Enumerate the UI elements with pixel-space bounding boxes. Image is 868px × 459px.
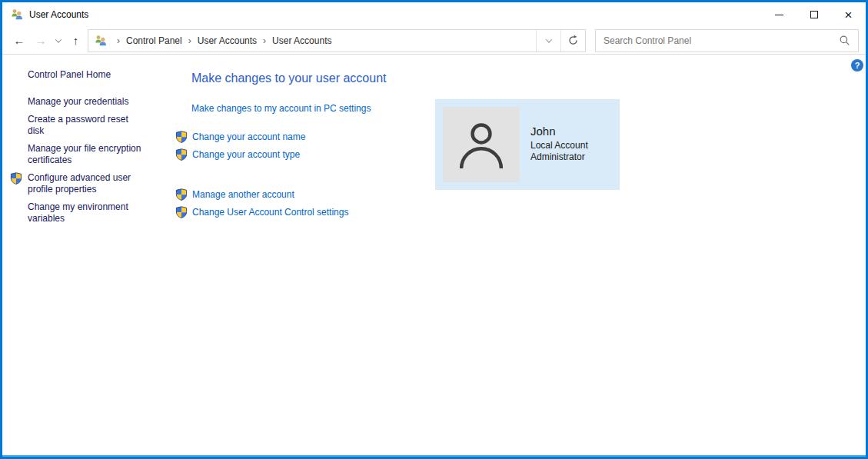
sidebar-item-environment-variables[interactable]: Change my environment variables bbox=[28, 201, 145, 225]
search-icon bbox=[839, 35, 850, 46]
uac-shield-icon bbox=[10, 172, 22, 185]
manage-another-account-link[interactable]: Manage another account bbox=[175, 188, 348, 201]
help-button[interactable]: ? bbox=[851, 59, 863, 72]
forward-button[interactable]: → bbox=[30, 29, 52, 52]
sidebar-item-label: Configure advanced user profile properti… bbox=[28, 172, 131, 195]
page-title: Make changes to your user account bbox=[191, 72, 386, 85]
maximize-icon bbox=[810, 11, 818, 18]
account-avatar bbox=[443, 107, 520, 182]
account-role: Administrator bbox=[530, 151, 588, 163]
sidebar-item-control-panel-home[interactable]: Control Panel Home bbox=[28, 69, 171, 80]
task-label: Manage another account bbox=[192, 189, 294, 200]
minimize-button[interactable] bbox=[762, 2, 796, 27]
change-account-type-link[interactable]: Change your account type bbox=[175, 148, 305, 161]
sidebar: Control Panel Home Manage your credentia… bbox=[2, 55, 179, 231]
chevron-down-icon bbox=[545, 36, 551, 42]
search-input[interactable] bbox=[596, 35, 834, 46]
user-accounts-window: User Accounts × ← → ↑ › Control Panel › … bbox=[0, 0, 868, 459]
up-icon: ↑ bbox=[73, 34, 79, 47]
back-icon: ← bbox=[14, 34, 25, 47]
title-bar: User Accounts × bbox=[2, 2, 866, 27]
task-label: Change your account name bbox=[192, 131, 305, 142]
up-button[interactable]: ↑ bbox=[65, 29, 86, 52]
breadcrumb-control-panel[interactable]: Control Panel bbox=[126, 35, 182, 46]
breadcrumb-user-accounts-2[interactable]: User Accounts bbox=[272, 35, 331, 46]
sidebar-item-manage-credentials[interactable]: Manage your credentials bbox=[28, 96, 145, 108]
content-area: Control Panel Home Manage your credentia… bbox=[2, 55, 866, 457]
uac-shield-icon bbox=[175, 148, 188, 161]
change-uac-settings-link[interactable]: Change User Account Control settings bbox=[175, 206, 348, 218]
change-account-name-link[interactable]: Change your account name bbox=[175, 131, 305, 143]
user-accounts-app-icon bbox=[11, 8, 23, 21]
uac-shield-icon bbox=[175, 188, 188, 201]
previous-locations-button[interactable] bbox=[536, 30, 560, 52]
other-accounts-task-group: Manage another account Change User Accou… bbox=[175, 188, 348, 224]
account-name: John bbox=[530, 125, 588, 138]
account-type: Local Account bbox=[530, 140, 588, 151]
chevron-down-icon bbox=[55, 36, 62, 42]
caption-buttons: × bbox=[762, 2, 866, 27]
sidebar-item-file-encryption-certificates[interactable]: Manage your file encryption certificates bbox=[28, 143, 145, 166]
account-info: John Local Account Administrator bbox=[530, 125, 588, 163]
help-icon: ? bbox=[855, 61, 860, 70]
task-label: Change your account type bbox=[192, 149, 300, 160]
uac-shield-icon bbox=[175, 131, 188, 143]
breadcrumb-user-accounts[interactable]: User Accounts bbox=[198, 35, 257, 46]
breadcrumb-separator: › bbox=[257, 35, 272, 46]
sidebar-item-advanced-user-profile[interactable]: Configure advanced user profile properti… bbox=[28, 172, 145, 195]
current-account-panel: John Local Account Administrator bbox=[435, 99, 620, 190]
account-task-group: Change your account name Change your acc… bbox=[175, 131, 305, 166]
window-title: User Accounts bbox=[29, 9, 762, 20]
search-box[interactable] bbox=[595, 29, 859, 52]
forward-icon: → bbox=[35, 34, 47, 47]
location-users-icon bbox=[95, 35, 107, 47]
pc-settings-link[interactable]: Make changes to my account in PC setting… bbox=[191, 103, 371, 114]
breadcrumb-separator: › bbox=[182, 35, 198, 46]
sidebar-item-password-reset-disk[interactable]: Create a password reset disk bbox=[28, 114, 145, 137]
address-bar[interactable]: › Control Panel › User Accounts › User A… bbox=[88, 29, 586, 52]
breadcrumb-separator: › bbox=[111, 35, 126, 46]
refresh-button[interactable] bbox=[560, 30, 585, 52]
back-button[interactable]: ← bbox=[8, 29, 30, 52]
person-icon bbox=[453, 116, 510, 173]
task-label: Change User Account Control settings bbox=[192, 207, 348, 218]
close-button[interactable]: × bbox=[831, 2, 866, 27]
maximize-button[interactable] bbox=[796, 2, 831, 27]
close-icon: × bbox=[845, 8, 853, 22]
recent-locations-button[interactable] bbox=[52, 29, 65, 52]
uac-shield-icon bbox=[175, 206, 188, 218]
minimize-icon bbox=[775, 15, 783, 15]
refresh-icon bbox=[567, 35, 579, 46]
navigation-toolbar: ← → ↑ › Control Panel › User Accounts › … bbox=[2, 27, 866, 55]
